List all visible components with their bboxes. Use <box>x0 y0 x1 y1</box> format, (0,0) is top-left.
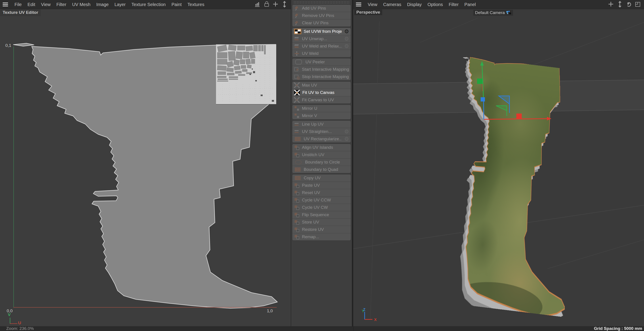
camera-icon[interactable] <box>506 11 511 15</box>
palette-item-uv-peeler[interactable]: UV Peeler <box>292 58 351 66</box>
hamburger-icon[interactable] <box>3 2 8 7</box>
cycle-ccw-icon <box>294 197 300 203</box>
palette-item-uv-rectangularize[interactable]: UV Rectangularize...⚙ <box>292 135 351 143</box>
viewport-toolbar-icons <box>608 1 641 7</box>
uv-editor-menu: FileEditViewFilterUV MeshImageLayerTextu… <box>12 1 207 8</box>
uv-weld-icon <box>294 51 300 56</box>
palette-item-store-uv[interactable]: Store UV <box>292 219 351 226</box>
palette-item-align-uv-islands[interactable]: Align UV Islands <box>292 144 351 151</box>
viewport-menu-display[interactable]: Display <box>404 1 425 8</box>
rotate-icon[interactable] <box>626 1 632 7</box>
palette-item-paste-uv[interactable]: Paste UV <box>292 182 351 189</box>
palette-item-cycle-uv-ccw[interactable]: Cycle UV CCW <box>292 197 351 204</box>
palette-item-fit-uv-to-canvas[interactable]: Fit UV to Canvas <box>292 89 351 96</box>
viewport-menu-view[interactable]: View <box>365 1 380 8</box>
palette-item-copy-uv[interactable]: Copy UV <box>292 174 351 182</box>
viewport-menu-panel[interactable]: Panel <box>462 1 479 8</box>
maximize-icon[interactable] <box>635 1 641 7</box>
gear-icon[interactable]: ⚙ <box>344 29 349 34</box>
palette-item-label: Boundary to Circle <box>305 160 349 165</box>
palette-item-label: Stop Interactive Mapping <box>302 74 349 79</box>
interactive-stop-icon <box>294 74 300 80</box>
palette-group: Line Up UVUV Straighten...⚙UV Rectangula… <box>292 121 351 143</box>
palette-item-label: Set UVW from Projection... <box>304 29 342 34</box>
uv-menu-textures[interactable]: Textures <box>184 1 207 8</box>
palette-item-mirror-u[interactable]: Mirror U <box>292 105 351 112</box>
zoom-status: Zoom: 236.0% <box>6 326 34 331</box>
uv-menu-file[interactable]: File <box>12 1 24 8</box>
uv-command-palette: Add UV PinsRemove UV PinsClear UV PinsSe… <box>291 0 353 327</box>
uv-pack-thumbnail <box>216 44 276 104</box>
uv-menu-view[interactable]: View <box>38 1 54 8</box>
viewport-menu-options[interactable]: Options <box>425 1 446 8</box>
pin-add-icon <box>294 5 300 11</box>
palette-item-boundary-to-circle[interactable]: Boundary to Circle <box>292 159 351 166</box>
store-icon <box>294 219 300 225</box>
palette-item-boundary-to-quad[interactable]: Boundary to Quad <box>292 166 351 173</box>
move-icon[interactable] <box>608 1 614 7</box>
uv-menu-image[interactable]: Image <box>93 1 112 8</box>
palette-item-uv-weld-and-relax[interactable]: UV Weld and Relax...⚙ <box>292 43 351 50</box>
palette-item-label: Mirror V <box>302 113 349 118</box>
palette-item-uv-straighten[interactable]: UV Straighten...⚙ <box>292 128 351 135</box>
viewport-menu: ViewCamerasDisplayOptionsFilterPanel <box>365 1 479 8</box>
palette-item-label: Unstitch UV <box>302 152 349 157</box>
camera-label[interactable]: Default Camera <box>473 10 513 15</box>
uv-menu-edit[interactable]: Edit <box>24 1 38 8</box>
palette-item-label: Start Interactive Mapping <box>302 67 349 72</box>
palette-item-cycle-uv-cw[interactable]: Cycle UV CW <box>292 204 351 211</box>
palette-item-uv-weld[interactable]: UV Weld <box>292 50 351 57</box>
palette-item-label: Add UV Pins <box>302 6 349 11</box>
uv-menu-uv-mesh[interactable]: UV Mesh <box>69 1 93 8</box>
palette-item-label: Clear UV Pins <box>302 20 349 25</box>
dolly-icon[interactable] <box>617 1 623 7</box>
palette-item-uv-unwrap[interactable]: UV Unwrap...⚙ <box>292 35 351 43</box>
viewport-menu-cameras[interactable]: Cameras <box>380 1 404 8</box>
dolly-icon[interactable] <box>282 1 288 7</box>
move-icon[interactable] <box>272 1 279 7</box>
palette-drag-handle[interactable] <box>294 1 350 4</box>
palette-item-label: UV Unwrap... <box>302 36 342 41</box>
palette-item-reset-uv[interactable]: Reset UV <box>292 189 351 197</box>
palette-item-remove-uv-pins[interactable]: Remove UV Pins <box>292 12 351 19</box>
uv-menu-layer[interactable]: Layer <box>112 1 128 8</box>
palette-item-unstitch-uv[interactable]: Unstitch UV <box>292 151 351 159</box>
uv-menu-texture-selection[interactable]: Texture Selection <box>128 1 168 8</box>
palette-item-fit-canvas-to-uv[interactable]: Fit Canvas to UV <box>292 96 351 103</box>
uv-menu-filter[interactable]: Filter <box>54 1 69 8</box>
palette-item-stop-interactive-mapping[interactable]: Stop Interactive Mapping <box>292 73 351 80</box>
palette-item-set-uvw-from-projection[interactable]: Set UVW from Projection...⚙ <box>292 28 351 35</box>
mirror-u-icon <box>294 105 300 111</box>
palette-item-restore-uv[interactable]: Restore UV <box>292 226 351 233</box>
palette-item-max-uv[interactable]: Max UV <box>292 82 351 89</box>
unstitch-icon <box>294 152 300 158</box>
palette-item-clear-uv-pins[interactable]: Clear UV Pins <box>292 19 351 26</box>
palette-item-flip-sequence[interactable]: Flip Sequence <box>292 211 351 219</box>
uv-editor-tab[interactable]: Texture UV Editor <box>0 9 41 16</box>
palette-item-label: Paste UV <box>302 183 349 188</box>
hamburger-icon[interactable] <box>356 2 362 7</box>
palette-item-mirror-v[interactable]: Mirror V <box>292 112 351 119</box>
histogram-icon[interactable] <box>254 1 261 7</box>
gear-icon[interactable]: ⚙ <box>344 129 349 134</box>
palette-group: Copy UVPaste UVReset UVCycle UV CCWCycle… <box>292 174 351 240</box>
palette-item-label: Fit UV to Canvas <box>302 90 349 95</box>
uv-corner-10: 1,0 <box>267 309 273 313</box>
lock-open-icon[interactable] <box>264 1 270 7</box>
uv-corner-01: 0,1 <box>5 43 11 48</box>
uv-menu-paint[interactable]: Paint <box>168 1 184 8</box>
palette-item-add-uv-pins[interactable]: Add UV Pins <box>292 5 351 12</box>
projection-checker-icon <box>294 29 301 34</box>
palette-item-line-up-uv[interactable]: Line Up UV <box>292 121 351 128</box>
gear-icon[interactable]: ⚙ <box>344 43 349 49</box>
viewport-view-label[interactable]: Perspective <box>354 9 382 15</box>
statusbar: Zoom: 236.0% Grid Spacing : 5000 mm <box>0 326 644 331</box>
palette-item-start-interactive-mapping[interactable]: Start Interactive Mapping <box>292 66 351 73</box>
gear-icon[interactable]: ⚙ <box>344 136 349 142</box>
palette-item-remap[interactable]: Remap... <box>292 233 351 240</box>
uv-canvas[interactable]: 0,1 0,0 1,0 V U <box>0 9 291 327</box>
gear-icon[interactable]: ⚙ <box>344 36 349 41</box>
straighten-icon <box>294 129 300 134</box>
viewport-menu-filter[interactable]: Filter <box>446 1 462 8</box>
cycle-cw-icon <box>294 205 300 210</box>
